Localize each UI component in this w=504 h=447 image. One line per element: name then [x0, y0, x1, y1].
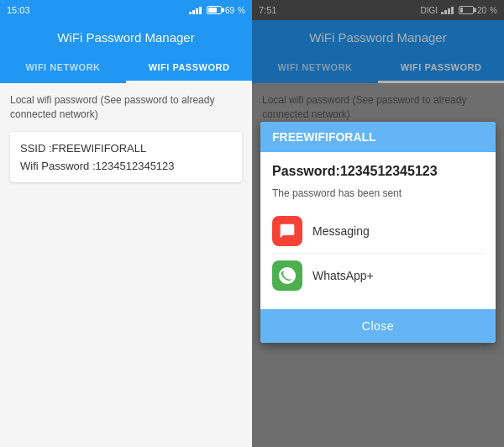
left-wifi-card: SSID :FREEWIFIFORALL Wifi Password :1234… — [10, 132, 242, 182]
left-time: 15:03 — [7, 5, 30, 15]
left-app-title: WiFi Password Manager — [57, 30, 194, 45]
left-hint-text: Local wifi password (See password to alr… — [10, 93, 242, 122]
messaging-icon — [272, 216, 302, 246]
battery-icon — [207, 6, 222, 14]
dialog-title: FREEWIFIFORALL — [260, 122, 496, 152]
left-password: Wifi Password :1234512345123 — [20, 160, 232, 172]
dialog-body: Password:1234512345123 The password has … — [260, 152, 496, 309]
right-phone: 7:51 DIGI 20% WiFi Password Manager WIFI… — [252, 0, 504, 447]
left-tab-wifi-network[interactable]: WIFI NETWORK — [0, 54, 126, 83]
whatsapp-label: WhatsApp+ — [312, 269, 374, 282]
left-status-icons: 69% — [189, 6, 245, 15]
share-option-whatsapp[interactable]: WhatsApp+ — [272, 254, 484, 297]
whatsapp-icon — [272, 260, 302, 291]
left-phone: 15:03 69% WiFi Password Manager WIFI NET… — [0, 0, 252, 447]
left-status-bar: 15:03 69% — [0, 0, 252, 20]
left-battery-percent: 69 — [225, 6, 234, 15]
signal-icon — [189, 6, 202, 14]
left-tab-wifi-password[interactable]: WIFI PASSWORD — [126, 54, 252, 83]
left-app-bar: WiFi Password Manager — [0, 20, 252, 54]
share-dialog: FREEWIFIFORALL Password:1234512345123 Th… — [260, 122, 496, 343]
left-ssid: SSID :FREEWIFIFORALL — [20, 142, 232, 155]
dialog-close-button[interactable]: Close — [260, 309, 496, 343]
dialog-password: Password:1234512345123 — [272, 164, 484, 179]
left-content: Local wifi password (See password to alr… — [0, 83, 252, 447]
dialog-status: The password has been sent — [272, 187, 484, 199]
messaging-label: Messaging — [312, 224, 370, 238]
share-option-messaging[interactable]: Messaging — [272, 209, 484, 254]
left-tabs: WIFI NETWORK WIFI PASSWORD — [0, 54, 252, 83]
